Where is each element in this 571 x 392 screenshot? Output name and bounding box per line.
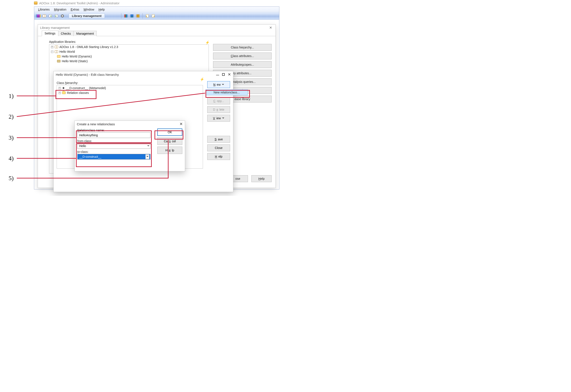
crc-title: Create a new relationclass [77, 122, 115, 126]
tab-settings[interactable]: Settings [42, 30, 58, 36]
toolbar-book-right-icon[interactable] [136, 14, 140, 18]
folder-icon [62, 91, 66, 94]
toolbar-people-icon[interactable] [36, 14, 41, 18]
class-x-icon: ✶ [62, 86, 65, 90]
tree-title: Application libraries: [49, 40, 76, 44]
app-icon [34, 1, 37, 4]
callout-line-5b [168, 140, 169, 178]
libmgmt-title: Library management [40, 26, 70, 29]
callout-5: 5) [9, 175, 14, 182]
from-class-group: from-class: Hello [77, 139, 150, 149]
app-title: ADOxx 1.8: Development Toolkit (Admin) -… [39, 1, 119, 5]
footer-buttons: ose Help [228, 175, 271, 182]
new-relationclass-menu-item[interactable]: New relationclass... [206, 89, 248, 95]
book-icon [55, 50, 58, 53]
new-button[interactable]: New [207, 81, 230, 88]
tree-row-adoxx[interactable]: + ADOxx 1.8 - OMiLAB Starting Library v1… [49, 44, 209, 49]
from-class-select[interactable]: Hello [77, 143, 150, 149]
callout-line-4 [17, 158, 76, 159]
tree-row-static[interactable]: Hello World (Static) [49, 59, 209, 63]
to-class-group: to-class: __D-construct__ [77, 150, 150, 160]
minimize-icon[interactable] [216, 75, 219, 75]
close-icon[interactable]: ✕ [228, 72, 231, 77]
tab-checks[interactable]: Checks [58, 31, 74, 36]
callout-3: 3) [9, 134, 14, 141]
menubar: Libraries Migration Extras Window Help [34, 7, 279, 12]
crc-button-rail: OK Cancel Help [157, 129, 182, 154]
toolbar-export-icon[interactable] [48, 14, 53, 18]
class-hierarchy-label: Class hierarchy: [57, 81, 230, 85]
tree-row-relation-classes[interactable]: + Relation classes [57, 90, 203, 95]
callout-line-5a [17, 178, 168, 178]
from-class-label: from-class: [77, 139, 150, 143]
menu-help[interactable]: Help [96, 7, 107, 12]
close-icon[interactable]: ✕ [180, 122, 183, 126]
app-title-bar: ADOxx 1.8: Development Toolkit (Admin) -… [34, 0, 119, 6]
delete-button[interactable]: Delete [207, 106, 230, 113]
relationclass-name-label: Relationclass name: [77, 129, 150, 132]
tree-row-helloworld[interactable]: − Hello World [49, 49, 209, 54]
callout-4: 4) [9, 155, 14, 162]
close-button[interactable]: Close [207, 145, 230, 151]
ok-button[interactable]: OK [157, 129, 182, 136]
callout-1: 1) [9, 93, 14, 100]
ech-save-column: Save Close Help [207, 136, 230, 160]
to-class-select[interactable]: __D-construct__ [77, 154, 150, 160]
attribute-scopes-button[interactable]: Attribute scopes... [213, 61, 271, 68]
book-icon [55, 46, 58, 48]
toolbar-doc-right-icon[interactable] [151, 14, 156, 18]
class-hierarchy-button[interactable]: Class hierarchy... [213, 44, 271, 51]
maximize-icon[interactable] [222, 73, 225, 76]
tab-strip: Settings Checks Management [38, 30, 275, 36]
menu-migration[interactable]: Migration [52, 7, 69, 12]
toolbar-label: Library management [69, 13, 105, 18]
close-icon[interactable]: ✕ [268, 26, 273, 30]
lightning-icon[interactable]: ⚡ [200, 77, 204, 81]
tab-management[interactable]: Management [74, 31, 97, 36]
toolbar-books-icon[interactable] [124, 14, 128, 18]
callout-line-1 [17, 96, 56, 96]
expander-icon[interactable]: + [58, 92, 61, 94]
toolbar-gears-icon[interactable] [60, 14, 65, 18]
expander-icon[interactable]: + [58, 87, 61, 89]
ech-right-rail: New New relationclass... Copy... Delete … [207, 81, 230, 122]
relationclass-name-group: Relationclass name: [77, 129, 150, 138]
toolbar-import-icon[interactable] [54, 14, 59, 18]
static-library-icon [57, 60, 60, 62]
to-class-label: to-class: [77, 150, 150, 154]
class-attributes-button[interactable]: Class attributes... [213, 53, 271, 59]
help-button[interactable]: Help [251, 175, 271, 182]
expander-icon[interactable]: − [51, 51, 53, 53]
relationclass-name-input[interactable] [77, 132, 150, 138]
menu-window[interactable]: Window [81, 7, 96, 12]
menu-extras[interactable]: Extras [69, 7, 81, 12]
callout-2: 2) [9, 113, 14, 120]
toolbar-book-down-icon[interactable] [129, 14, 134, 18]
toolbar-book-icon[interactable] [42, 14, 47, 18]
help-button[interactable]: Help [157, 146, 182, 154]
toolbar: Library management [34, 12, 279, 20]
toolbar-doc-left-icon[interactable] [145, 14, 150, 18]
cancel-button[interactable]: Cancel [157, 138, 182, 145]
help-button[interactable]: Help [207, 153, 230, 160]
tree-row-metamodel[interactable]: + ✶ __D-construct__ (Metamodel) [57, 86, 203, 90]
callout-line-3 [17, 137, 76, 138]
menu-libraries[interactable]: Libraries [36, 7, 52, 12]
tree-row-dynamic[interactable]: Hello World (Dynamic) [49, 54, 209, 59]
ech-title: Hello World (Dynamic) - Edit class hiera… [56, 73, 119, 76]
view-button[interactable]: View [207, 115, 230, 122]
dynamic-library-icon [57, 55, 60, 58]
expander-icon[interactable]: + [51, 46, 53, 48]
save-button[interactable]: Save [207, 136, 230, 143]
copy-button[interactable]: Copy... [207, 98, 230, 104]
